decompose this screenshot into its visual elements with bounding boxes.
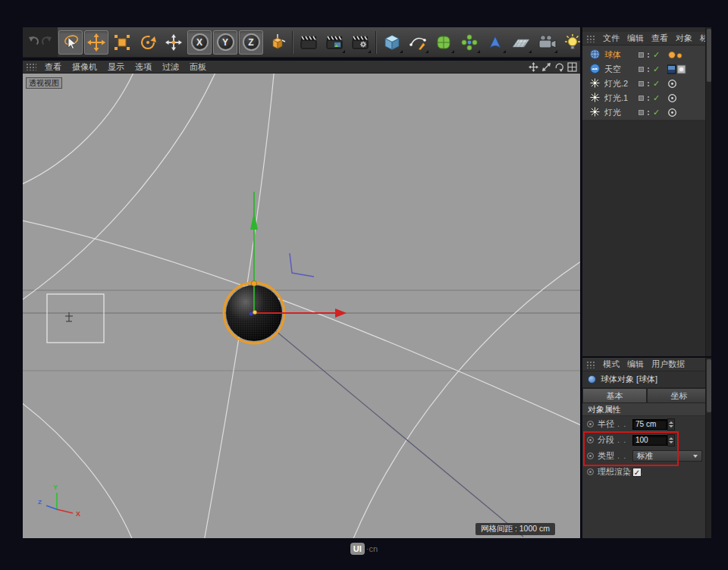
visibility-dots[interactable]	[648, 82, 649, 86]
enable-check-icon[interactable]: ✓	[653, 94, 660, 102]
om-menu-edit[interactable]: 编辑	[623, 33, 648, 44]
menu-view[interactable]: 查看	[39, 61, 67, 73]
radius-spinner[interactable]	[667, 418, 675, 431]
popup-corner	[400, 50, 403, 53]
om-menu-view[interactable]: 查看	[648, 33, 672, 44]
tab-coordinates[interactable]: 坐标	[647, 388, 711, 403]
render-view-button[interactable]	[297, 30, 321, 55]
popup-corner	[529, 50, 532, 53]
menu-display[interactable]: 显示	[102, 61, 130, 73]
object-row-light1[interactable]: 灯光.1 ✓	[582, 91, 711, 105]
om-menu-file[interactable]: 文件	[599, 33, 623, 44]
layer-square[interactable]	[639, 81, 644, 86]
rotate-tool[interactable]	[136, 30, 160, 55]
panel-grip-icon[interactable]	[586, 35, 595, 42]
spline-corner	[290, 253, 314, 277]
segments-input[interactable]: 100	[632, 435, 667, 446]
light-object-icon	[590, 107, 600, 118]
object-list: 球体 ✓ 天空 ✓ 灯光.2 ✓ 灯光.1 ✓	[582, 45, 711, 120]
render-perfect-checkbox[interactable]: ✓	[632, 468, 642, 477]
viewport-canvas[interactable]: Y X Z 透视视图 网格间距 : 1000 cm	[23, 74, 580, 538]
deformer-button[interactable]	[483, 30, 507, 55]
tab-basic[interactable]: 基本	[582, 388, 647, 403]
scale-tool[interactable]	[110, 30, 134, 55]
enable-check-icon[interactable]: ✓	[653, 108, 660, 117]
sphere-icon	[590, 49, 600, 61]
keyframe-dot[interactable]	[587, 437, 594, 443]
layer-square[interactable]	[639, 67, 644, 72]
live-selection-tool[interactable]	[58, 30, 83, 55]
panel-grip-icon[interactable]	[586, 361, 595, 368]
layer-square[interactable]	[639, 96, 644, 101]
object-manager-menu: 文件 编辑 查看 对象 标	[582, 32, 711, 45]
z-axis-handle[interactable]	[249, 312, 253, 316]
pan-view-icon[interactable]	[529, 62, 538, 72]
render-settings-button[interactable]	[348, 30, 372, 55]
enable-check-icon[interactable]: ✓	[653, 65, 660, 74]
environment-floor-button[interactable]	[509, 30, 533, 55]
type-dropdown[interactable]: 标准	[632, 450, 702, 462]
rotate-view-icon[interactable]	[554, 62, 564, 72]
attribute-title: 球体对象 [球体]	[601, 374, 657, 385]
radius-handle[interactable]	[251, 280, 256, 286]
watermark: UI ·cn	[0, 543, 728, 555]
orange-tag-icons[interactable]	[667, 50, 684, 60]
object-row-light2[interactable]: 灯光.2 ✓	[582, 77, 711, 91]
sky-icon	[590, 64, 600, 75]
object-row-sphere[interactable]: 球体 ✓	[582, 48, 711, 62]
object-manager-scrollbar[interactable]	[705, 27, 711, 356]
menu-filter[interactable]: 过滤	[157, 61, 184, 73]
target-tag-icon[interactable]	[667, 108, 678, 117]
keyframe-dot[interactable]	[587, 468, 594, 475]
attr-menu-edit[interactable]: 编辑	[623, 359, 648, 370]
add-cube-button[interactable]	[380, 30, 404, 55]
move-tool[interactable]	[84, 30, 108, 55]
zoom-view-icon[interactable]	[541, 62, 551, 72]
segments-spinner[interactable]	[667, 434, 675, 446]
subdivision-surface-button[interactable]	[431, 30, 456, 55]
attr-menu-userdata[interactable]: 用户数据	[648, 359, 689, 370]
z-axis-line	[235, 297, 523, 537]
visibility-dots[interactable]	[648, 53, 649, 58]
texture-tag-icons[interactable]	[667, 64, 687, 74]
render-picture-viewer-button[interactable]	[322, 30, 347, 55]
undo-redo-group	[23, 27, 58, 57]
type-label: 类型	[598, 450, 626, 462]
target-tag-icon[interactable]	[667, 93, 678, 103]
visibility-dots[interactable]	[648, 67, 649, 72]
x-lock-button[interactable]: X	[187, 30, 212, 55]
menu-options[interactable]: 选项	[130, 61, 157, 73]
om-menu-objects[interactable]: 对象	[672, 33, 696, 44]
undo-icon[interactable]	[27, 35, 39, 50]
object-name: 球体	[604, 49, 642, 61]
menu-panel[interactable]: 面板	[184, 61, 212, 73]
y-lock-button[interactable]: Y	[213, 30, 237, 55]
target-tag-icon[interactable]	[667, 79, 678, 89]
attribute-scrollbar[interactable]	[705, 358, 711, 538]
enable-check-icon[interactable]: ✓	[653, 80, 660, 88]
axis-modification-tool[interactable]	[162, 30, 186, 55]
layer-square[interactable]	[639, 52, 644, 58]
object-row-light[interactable]: 灯光 ✓	[582, 105, 711, 120]
z-lock-button[interactable]: Z	[239, 30, 263, 55]
keyframe-dot[interactable]	[587, 421, 594, 428]
enable-check-icon[interactable]: ✓	[653, 51, 660, 59]
keyframe-dot[interactable]	[587, 453, 594, 459]
attr-menu-mode[interactable]: 模式	[599, 359, 623, 370]
toggle-views-icon[interactable]	[567, 62, 577, 72]
radius-input[interactable]: 75 cm	[632, 419, 667, 430]
coordinate-system-button[interactable]	[265, 30, 289, 55]
origin-handle[interactable]	[253, 310, 256, 314]
object-name: 天空	[604, 64, 642, 75]
visibility-dots[interactable]	[648, 96, 649, 101]
light-button[interactable]	[560, 30, 585, 55]
visibility-dots[interactable]	[648, 111, 649, 115]
array-generator-button[interactable]	[457, 30, 482, 55]
panel-grip-icon[interactable]	[26, 63, 36, 70]
camera-button[interactable]	[535, 30, 559, 55]
redo-icon[interactable]	[41, 35, 53, 50]
menu-camera[interactable]: 摄像机	[67, 61, 102, 73]
spline-pen-button[interactable]	[406, 30, 430, 55]
layer-square[interactable]	[639, 110, 644, 115]
object-row-sky[interactable]: 天空 ✓	[582, 62, 711, 77]
